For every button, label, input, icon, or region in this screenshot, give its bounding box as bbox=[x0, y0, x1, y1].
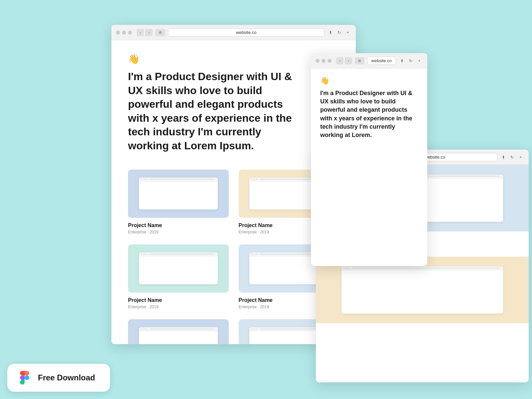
toolbar-actions-secondary: ⬆ ↻ + bbox=[399, 58, 423, 64]
wave-emoji-main: 👋 bbox=[128, 54, 339, 65]
hero-text-main: I'm a Product Designer with UI & UX skil… bbox=[128, 70, 294, 153]
url-bar-main[interactable]: website.co bbox=[168, 28, 325, 37]
tertiary-preview-yellow bbox=[316, 257, 529, 323]
nav-buttons: ‹ › bbox=[137, 29, 153, 36]
project-name-3: Project Name bbox=[128, 297, 229, 303]
plus-icon-t[interactable]: + bbox=[517, 154, 524, 161]
forward-button[interactable]: › bbox=[145, 29, 153, 36]
share-icon-t[interactable]: ⬆ bbox=[500, 154, 507, 161]
plus-icon[interactable]: + bbox=[344, 29, 351, 36]
project-preview-inner-3 bbox=[139, 252, 218, 285]
project-preview-inner-1 bbox=[139, 178, 218, 210]
traffic-light-min-s[interactable] bbox=[322, 59, 326, 63]
project-meta-1: Enterprise · 2019 bbox=[128, 230, 229, 234]
figma-logo-icon bbox=[17, 370, 33, 386]
projects-grid-main: Project Name Enterprise · 2019 Project N… bbox=[128, 170, 339, 344]
back-button[interactable]: ‹ bbox=[137, 29, 144, 36]
traffic-lights bbox=[116, 31, 132, 35]
free-download-badge[interactable]: Free Download bbox=[7, 364, 110, 392]
refresh-icon[interactable]: ↻ bbox=[336, 29, 342, 36]
wave-emoji-secondary: 👋 bbox=[320, 76, 418, 85]
project-preview-inner-5 bbox=[139, 327, 218, 344]
nav-buttons-secondary: ‹ › bbox=[336, 57, 352, 65]
project-card-3[interactable]: Project Name Enterprise · 2019 bbox=[128, 244, 229, 309]
share-icon[interactable]: ⬆ bbox=[327, 29, 334, 36]
toolbar-actions: ⬆ ↻ + bbox=[327, 29, 351, 36]
tab-button[interactable]: ⊞ bbox=[155, 29, 165, 36]
traffic-light-close-s[interactable] bbox=[316, 59, 320, 63]
traffic-light-minimize[interactable] bbox=[122, 31, 126, 35]
traffic-light-maximize[interactable] bbox=[128, 31, 132, 35]
project-preview-5 bbox=[128, 319, 229, 344]
forward-button-s[interactable]: › bbox=[345, 57, 352, 65]
hero-text-secondary: I'm a Product Designer with UI & UX skil… bbox=[320, 89, 418, 139]
traffic-lights-secondary bbox=[316, 59, 332, 63]
share-icon-s[interactable]: ⬆ bbox=[399, 58, 405, 64]
traffic-light-close[interactable] bbox=[116, 31, 120, 35]
project-preview-1 bbox=[128, 170, 229, 218]
refresh-icon-s[interactable]: ↻ bbox=[407, 58, 414, 64]
plus-icon-s[interactable]: + bbox=[416, 58, 423, 64]
tab-button-s[interactable]: ⊞ bbox=[355, 57, 364, 65]
tertiary-preview-inner-2 bbox=[341, 266, 503, 314]
browser-content-secondary: 👋 I'm a Product Designer with UI & UX sk… bbox=[311, 68, 427, 147]
free-download-label: Free Download bbox=[38, 373, 95, 383]
traffic-light-max-s[interactable] bbox=[328, 59, 332, 63]
browser-toolbar-secondary: ‹ › ⊞ website.co ⬆ ↻ + bbox=[311, 53, 427, 68]
url-bar-secondary[interactable]: website.co bbox=[367, 57, 396, 65]
back-button-s[interactable]: ‹ bbox=[336, 57, 343, 65]
browser-toolbar-main: ‹ › ⊞ website.co ⬆ ↻ + bbox=[111, 25, 356, 40]
browser-window-secondary: ‹ › ⊞ website.co ⬆ ↻ + 👋 I'm a Product D… bbox=[311, 53, 427, 266]
project-meta-3: Enterprise · 2019 bbox=[128, 305, 229, 309]
refresh-icon-t[interactable]: ↻ bbox=[509, 154, 515, 161]
project-name-1: Project Name bbox=[128, 222, 229, 228]
toolbar-actions-tertiary: ⬆ ↻ + bbox=[500, 154, 524, 161]
project-preview-3 bbox=[128, 244, 229, 293]
project-card-1[interactable]: Project Name Enterprise · 2019 bbox=[128, 170, 229, 234]
project-card-5[interactable]: Project Name Enterprise · 2019 bbox=[128, 319, 229, 344]
